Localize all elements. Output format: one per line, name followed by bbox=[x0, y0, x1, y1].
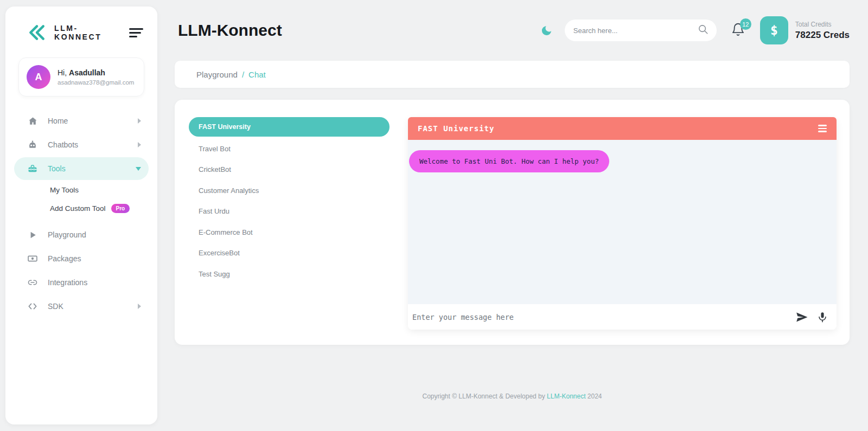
sidebar-item-my-tools[interactable]: My Tools bbox=[14, 181, 149, 199]
bot-item-travel-bot[interactable]: Travel Bot bbox=[189, 139, 390, 158]
link-icon bbox=[27, 277, 38, 288]
sidebar-item-sdk[interactable]: SDK bbox=[14, 295, 149, 318]
sidebar-nav: Home Chatbots bbox=[5, 110, 157, 318]
user-card[interactable]: A Hi, Asadullah asadnawaz378@gmail.com bbox=[18, 57, 144, 97]
sidebar: LLM-KONNECT A Hi, Asadullah asadnawaz378… bbox=[5, 7, 157, 424]
chevron-right-icon bbox=[138, 142, 141, 147]
bot-item-test-sugg[interactable]: Test Sugg bbox=[189, 264, 390, 284]
breadcrumb-separator: / bbox=[242, 70, 244, 79]
sidebar-item-tools[interactable]: Tools bbox=[14, 157, 149, 180]
user-email: asadnawaz378@gmail.com bbox=[58, 79, 134, 86]
dollar-icon: $ bbox=[760, 16, 788, 44]
sidebar-item-playground[interactable]: Playground bbox=[14, 223, 149, 246]
code-icon bbox=[27, 301, 38, 312]
avatar: A bbox=[27, 65, 50, 89]
bot-list: FAST University Travel Bot CricketBot Cu… bbox=[189, 117, 390, 345]
bot-item-fast-urdu[interactable]: Fast Urdu bbox=[189, 202, 390, 221]
chevron-right-icon bbox=[138, 304, 141, 309]
search-input[interactable] bbox=[573, 27, 697, 35]
sidebar-item-integrations[interactable]: Integrations bbox=[14, 271, 149, 294]
bot-item-excercisebot[interactable]: ExcerciseBot bbox=[189, 243, 390, 263]
message-input[interactable] bbox=[412, 313, 788, 321]
user-greeting: Hi, Asadullah bbox=[58, 68, 134, 77]
sidebar-item-add-custom-tool[interactable]: Add Custom Tool Pro bbox=[14, 199, 149, 218]
bot-message-bubble: Welcome to Fast Uni Bot. How can I help … bbox=[409, 150, 609, 172]
home-icon bbox=[27, 115, 38, 126]
chat-panel: FAST University Welcome to Fast Uni Bot.… bbox=[408, 117, 837, 330]
notifications-button[interactable]: 12 bbox=[731, 22, 747, 38]
pro-badge: Pro bbox=[111, 204, 130, 213]
bot-item-fast-university[interactable]: FAST University bbox=[189, 117, 390, 137]
bot-item-customer-analytics[interactable]: Customer Analytics bbox=[189, 181, 390, 200]
credits-value: 78225 Creds bbox=[795, 30, 850, 41]
toolbox-icon bbox=[27, 163, 38, 174]
sidebar-hamburger-icon[interactable] bbox=[129, 28, 143, 37]
chat-title: FAST University bbox=[418, 124, 494, 133]
search-icon[interactable] bbox=[697, 23, 709, 37]
chat-body: Welcome to Fast Uni Bot. How can I help … bbox=[408, 140, 837, 304]
sidebar-item-home[interactable]: Home bbox=[14, 110, 149, 132]
main-area: LLM-Konnect 12 $ bbox=[163, 0, 868, 431]
chevron-down-icon bbox=[136, 167, 141, 171]
topbar: LLM-Konnect 12 $ bbox=[175, 0, 850, 61]
page-title: LLM-Konnect bbox=[175, 21, 282, 40]
brand-name: LLM-KONNECT bbox=[54, 24, 122, 41]
credits-label: Total Credits bbox=[795, 21, 850, 28]
credits-widget: $ Total Credits 78225 Creds bbox=[760, 16, 850, 44]
send-icon[interactable] bbox=[795, 311, 808, 324]
breadcrumb-section[interactable]: Playground bbox=[196, 70, 238, 79]
brand-logo-icon bbox=[27, 23, 47, 42]
chat-input-bar bbox=[408, 304, 837, 330]
footer-brand-link[interactable]: LLM-Konnect bbox=[547, 393, 585, 400]
footer-copyright: Copyright © LLM-Konnect & Developed by L… bbox=[175, 393, 850, 400]
sidebar-header: LLM-KONNECT bbox=[5, 23, 157, 42]
chat-menu-icon[interactable] bbox=[818, 125, 827, 132]
breadcrumb: Playground / Chat bbox=[175, 61, 850, 88]
dark-mode-toggle[interactable] bbox=[540, 23, 554, 37]
sidebar-item-chatbots[interactable]: Chatbots bbox=[14, 133, 149, 156]
chat-header: FAST University bbox=[408, 117, 837, 140]
notification-badge: 12 bbox=[740, 18, 751, 30]
breadcrumb-page: Chat bbox=[248, 70, 266, 79]
banknote-icon bbox=[27, 253, 38, 264]
chevron-right-icon bbox=[138, 118, 141, 124]
search-bar bbox=[565, 20, 717, 41]
robot-icon bbox=[27, 139, 38, 150]
bot-item-cricketbot[interactable]: CricketBot bbox=[189, 160, 390, 179]
user-name: Asadullah bbox=[69, 68, 105, 77]
sidebar-item-packages[interactable]: Packages bbox=[14, 247, 149, 270]
bot-item-e-commerce-bot[interactable]: E-Commerce Bot bbox=[189, 222, 390, 242]
play-icon bbox=[27, 229, 38, 240]
microphone-icon[interactable] bbox=[816, 311, 829, 324]
playground-card: FAST University Travel Bot CricketBot Cu… bbox=[175, 100, 850, 345]
